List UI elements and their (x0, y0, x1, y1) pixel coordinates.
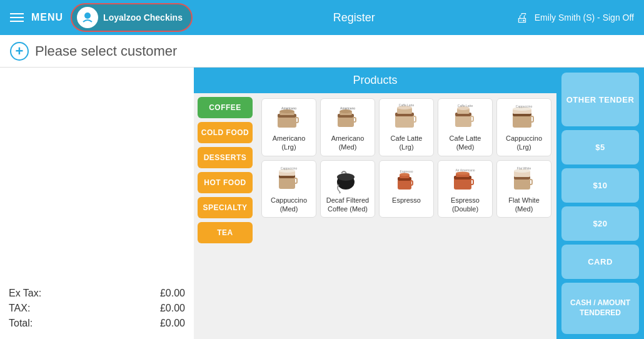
add-customer-button[interactable]: + (10, 42, 29, 61)
product-img-cafe-latte-lrg: Caffe Latte (389, 103, 424, 131)
svg-text:Americano: Americano (340, 106, 355, 110)
total-row: Total: £0.00 (9, 318, 185, 329)
totals-section: Ex Tax: £0.00 TAX: £0.00 Total: £0.00 (9, 288, 185, 333)
svg-rect-55 (529, 180, 532, 185)
svg-text:Espresso: Espresso (400, 170, 413, 173)
product-img-espresso: Espresso (389, 164, 424, 193)
product-name-cafe-latte-med: Cafe Latte(Med) (450, 134, 481, 152)
product-cappuccino-lrg[interactable]: Cappuccino Cappuccino(Lrg) (496, 98, 551, 156)
svg-rect-19 (455, 115, 471, 127)
tax-row: TAX: £0.00 (9, 303, 185, 314)
header-right: 🖨 Emily Smith (S) - Sign Off (516, 11, 634, 25)
svg-text:Americano: Americano (281, 106, 296, 110)
product-name-cappuccino-med: Cappuccino(Med) (271, 196, 307, 214)
product-name-espresso: Espresso (392, 196, 421, 205)
category-tea[interactable]: TEA (198, 222, 253, 243)
product-cappuccino-med[interactable]: Cappuccino Cappuccino(Med) (261, 160, 316, 218)
product-img-cafe-latte-med: Caffe Latte (448, 103, 483, 131)
products-grid: Americano Americano(Lrg) (256, 93, 556, 339)
svg-point-42 (400, 173, 410, 176)
total-value: £0.00 (160, 318, 185, 329)
svg-text:Caffe Latte: Caffe Latte (458, 104, 473, 108)
products-body: COFFEE COLD FOOD DESSERTS HOT FOOD SPECI… (194, 93, 556, 339)
category-sidebar: COFFEE COLD FOOD DESSERTS HOT FOOD SPECI… (194, 93, 256, 339)
svg-text:Cappuccino: Cappuccino (281, 166, 298, 170)
category-cold-food[interactable]: COLD FOOD (198, 122, 253, 143)
product-img-decaf (330, 164, 365, 193)
category-coffee[interactable]: COFFEE (198, 97, 253, 118)
loyalzoo-logo (77, 7, 98, 28)
svg-text:Caffe Latte: Caffe Latte (399, 103, 415, 107)
svg-point-0 (84, 13, 91, 19)
product-name-americano-lrg: Americano(Lrg) (273, 134, 306, 152)
menu-label[interactable]: MENU (31, 12, 63, 23)
card-button[interactable]: CARD (561, 245, 639, 279)
tax-label: TAX: (9, 303, 30, 314)
printer-icon: 🖨 (516, 11, 528, 25)
svg-rect-51 (514, 178, 530, 190)
svg-rect-11 (353, 118, 356, 122)
svg-rect-39 (398, 180, 411, 190)
product-img-cappuccino-lrg: Cappuccino (506, 103, 541, 131)
svg-point-38 (337, 173, 355, 181)
product-americano-lrg[interactable]: Americano Americano(Lrg) (261, 98, 316, 156)
ex-tax-row: Ex Tax: £0.00 (9, 288, 185, 299)
product-americano-med[interactable]: Americano Americano(Med) (320, 98, 375, 156)
header-left: MENU Loyalzoo Checkins (10, 3, 193, 32)
product-name-americano-med: Americano(Med) (331, 134, 365, 152)
header: MENU Loyalzoo Checkins Register 🖨 Emily … (0, 0, 644, 35)
product-img-cappuccino-med: Cappuccino (271, 164, 306, 193)
svg-rect-31 (279, 177, 295, 189)
product-name-cappuccino-lrg: Cappuccino(Lrg) (506, 134, 542, 152)
product-img-flat-white: Flat White (506, 164, 541, 193)
svg-rect-13 (395, 115, 414, 128)
svg-rect-1 (278, 116, 296, 128)
five-dollar-button[interactable]: $5 (561, 130, 639, 164)
loyalzoo-badge[interactable]: Loyalzoo Checkins (71, 3, 193, 32)
product-decaf[interactable]: Decaf FilteredCoffee (Med) (320, 160, 375, 218)
product-img-espresso-double: Air Americano (448, 164, 483, 193)
category-specialty[interactable]: SPECIALTY (198, 197, 253, 218)
menu-icon[interactable] (10, 13, 24, 22)
svg-text:Air Americano: Air Americano (455, 168, 475, 172)
twenty-dollar-button[interactable]: $20 (561, 206, 639, 241)
product-cafe-latte-lrg[interactable]: Caffe Latte Cafe Latte(Lrg) (379, 98, 434, 156)
svg-rect-45 (454, 178, 471, 190)
svg-text:Cappuccino: Cappuccino (516, 104, 533, 108)
cash-button[interactable]: CASH / AMOUNTTENDERED (561, 283, 639, 334)
product-name-decaf: Decaf FilteredCoffee (Med) (326, 196, 369, 214)
register-title: Register (333, 11, 375, 24)
select-customer-text: Please select customer (35, 43, 177, 59)
product-name-cafe-latte-lrg: Cafe Latte(Lrg) (391, 134, 423, 152)
sub-header: + Please select customer (0, 35, 644, 68)
product-name-flat-white: Flat White(Med) (508, 196, 540, 214)
product-name-espresso-double: Espresso(Double) (451, 196, 480, 214)
svg-rect-49 (470, 180, 473, 185)
category-desserts[interactable]: DESSERTS (198, 147, 253, 168)
user-label[interactable]: Emily Smith (S) - Sign Off (535, 13, 634, 23)
product-cafe-latte-med[interactable]: Caffe Latte Cafe Latte(Med) (438, 98, 493, 156)
middle-panel: Products COFFEE COLD FOOD DESSERTS HOT F… (194, 68, 556, 339)
ten-dollar-button[interactable]: $10 (561, 168, 639, 203)
product-espresso-double[interactable]: Air Americano Espresso(Double) (438, 160, 493, 218)
svg-rect-35 (294, 178, 297, 183)
category-hot-food[interactable]: HOT FOOD (198, 172, 253, 193)
main-layout: Ex Tax: £0.00 TAX: £0.00 Total: £0.00 Pr… (0, 68, 644, 339)
svg-rect-25 (513, 115, 531, 128)
ex-tax-value: £0.00 (160, 288, 185, 299)
product-img-americano-med: Americano (330, 103, 365, 131)
product-espresso[interactable]: Espresso Espresso (379, 160, 434, 218)
product-img-americano-lrg: Americano (271, 103, 306, 131)
loyalzoo-text: Loyalzoo Checkins (103, 13, 183, 23)
other-tender-button[interactable]: OTHER TENDER (561, 73, 639, 126)
ex-tax-label: Ex Tax: (9, 288, 41, 299)
tax-value: £0.00 (160, 303, 185, 314)
products-header: Products (194, 68, 556, 93)
product-flat-white[interactable]: Flat White Flat White(Med) (496, 160, 551, 218)
left-panel: Ex Tax: £0.00 TAX: £0.00 Total: £0.00 (0, 68, 194, 339)
total-label: Total: (9, 318, 33, 329)
svg-point-48 (456, 171, 470, 175)
svg-rect-29 (530, 116, 533, 122)
svg-rect-7 (338, 116, 354, 127)
svg-text:Flat White: Flat White (517, 166, 531, 170)
